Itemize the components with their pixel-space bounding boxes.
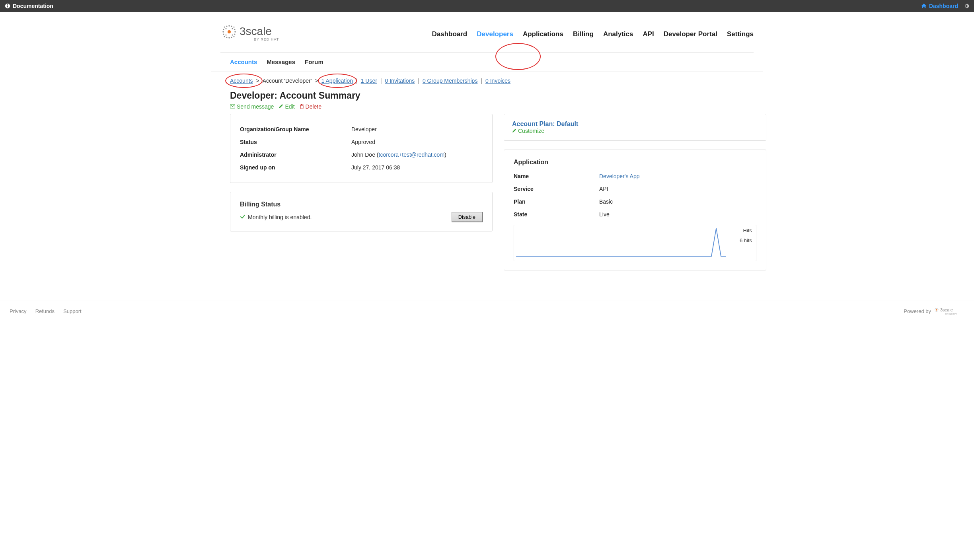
page-actions: Send message Edit Delete (220, 103, 754, 114)
pencil-icon (512, 128, 516, 134)
subnav: Accounts Messages Forum (211, 53, 763, 72)
subnav-forum[interactable]: Forum (305, 58, 323, 65)
svg-point-15 (226, 37, 228, 38)
summary-admin-paren-close: ) (444, 152, 446, 158)
dashboard-link[interactable]: Dashboard (921, 3, 958, 9)
breadcrumb-pipe: | (418, 78, 419, 84)
app-state-value: Live (599, 211, 610, 218)
app-name-link[interactable]: Developer's App (599, 173, 640, 179)
svg-point-33 (935, 309, 935, 310)
columns: Organization/Group Name Developer Status… (220, 114, 754, 279)
svg-point-16 (228, 37, 230, 39)
topbar-left: Documentation (5, 3, 53, 9)
billing-disable-button[interactable]: Disable (452, 212, 483, 222)
trash-icon (300, 103, 304, 110)
summary-status-row: Status Approved (240, 136, 483, 148)
nav-dashboard[interactable]: Dashboard (432, 30, 467, 38)
breadcrumb-separator: > (256, 78, 259, 84)
summary-status-label: Status (240, 139, 351, 145)
summary-status-value: Approved (351, 139, 375, 145)
breadcrumb-groups-link[interactable]: 0 Group Memberships (423, 78, 478, 84)
nav-analytics[interactable]: Analytics (603, 30, 633, 38)
app-name-label: Name (514, 173, 599, 179)
nav-main: Dashboard Developers Applications Billin… (432, 30, 754, 38)
breadcrumb-invoices-link[interactable]: 0 Invoices (485, 78, 510, 84)
nav-api[interactable]: API (643, 30, 654, 38)
svg-text:3scale: 3scale (240, 25, 272, 37)
3scale-footer-logo-icon: 3scale BY RED HAT (933, 307, 964, 315)
summary-admin-name: John Doe (351, 152, 375, 158)
svg-point-11 (234, 31, 236, 33)
svg-point-6 (231, 26, 232, 27)
envelope-icon (230, 103, 235, 110)
svg-point-34 (938, 309, 939, 310)
topbar: Documentation Dashboard (0, 0, 974, 12)
summary-admin-value: John Doe (tcorcora+test@redhat.com) (351, 152, 446, 158)
breadcrumb-current: Account 'Developer' (263, 78, 312, 84)
edit-link[interactable]: Edit (279, 103, 294, 110)
nav-developer-portal[interactable]: Developer Portal (664, 30, 717, 38)
footer-privacy[interactable]: Privacy (10, 308, 27, 314)
svg-point-7 (234, 27, 235, 28)
svg-rect-29 (301, 104, 302, 105)
nav-applications[interactable]: Applications (523, 30, 563, 38)
summary-signed-value: July 27, 2017 06:38 (351, 164, 400, 171)
account-plan-link[interactable]: Account Plan: Default (512, 121, 578, 127)
nav-settings[interactable]: Settings (727, 30, 754, 38)
breadcrumb-application-link[interactable]: 1 Application (321, 78, 353, 84)
documentation-link[interactable]: Documentation (13, 3, 53, 9)
billing-message: Monthly billing is enabled. (240, 214, 312, 221)
column-left: Organization/Group Name Developer Status… (230, 114, 493, 279)
svg-point-14 (224, 36, 225, 37)
customize-link[interactable]: Customize (512, 128, 544, 134)
breadcrumb-user-link[interactable]: 1 User (361, 78, 377, 84)
dashboard-link-label: Dashboard (929, 3, 958, 9)
svg-point-9 (234, 29, 236, 30)
breadcrumb-accounts[interactable]: Accounts (230, 78, 253, 84)
delete-label: Delete (306, 103, 321, 110)
app-state-label: State (514, 211, 599, 218)
billing-title: Billing Status (240, 201, 483, 208)
send-message-label: Send message (237, 103, 274, 110)
gear-icon[interactable] (964, 3, 969, 9)
svg-point-31 (936, 308, 937, 309)
footer-refunds[interactable]: Refunds (35, 308, 55, 314)
summary-admin-email-link[interactable]: tcorcora+test@redhat.com (379, 152, 445, 158)
billing-panel: Billing Status Monthly billing is enable… (230, 192, 493, 231)
send-message-link[interactable]: Send message (230, 103, 274, 110)
subnav-messages[interactable]: Messages (267, 58, 295, 65)
svg-point-10 (222, 31, 224, 33)
breadcrumb-pipe: | (380, 78, 382, 84)
footer-powered: Powered by 3scale BY RED HAT (904, 307, 964, 315)
footer-powered-label: Powered by (904, 308, 931, 314)
svg-point-32 (937, 308, 938, 309)
svg-point-38 (936, 309, 937, 311)
summary-signed-row: Signed up on July 27, 2017 06:38 (240, 161, 483, 174)
hits-chart-svg (514, 225, 756, 261)
svg-rect-28 (300, 105, 303, 109)
app-name-value: Developer's App (599, 173, 640, 179)
summary-admin-row: Administrator John Doe (tcorcora+test@re… (240, 148, 483, 161)
main-container: 3scale BY RED HAT Dashboard Developers A… (211, 12, 763, 279)
subnav-accounts[interactable]: Accounts (230, 58, 257, 65)
delete-link[interactable]: Delete (300, 103, 321, 110)
breadcrumb-invitations-link[interactable]: 0 Invitations (385, 78, 415, 84)
svg-point-22 (232, 35, 233, 36)
svg-point-18 (234, 36, 235, 37)
column-right: Account Plan: Default Customize Applicat… (504, 114, 766, 279)
account-plan-title: Account Plan: Default (512, 121, 758, 128)
svg-point-19 (226, 28, 227, 29)
svg-point-13 (234, 34, 236, 35)
nav-developers[interactable]: Developers (477, 30, 513, 38)
breadcrumb-pipe: | (481, 78, 482, 84)
app-plan-value: Basic (599, 198, 613, 205)
summary-admin-label: Administrator (240, 152, 351, 158)
footer-support[interactable]: Support (63, 308, 82, 314)
billing-message-text: Monthly billing is enabled. (248, 214, 312, 220)
customize-label: Customize (518, 128, 544, 134)
nav-billing[interactable]: Billing (573, 30, 594, 38)
account-plan-panel: Account Plan: Default Customize (504, 114, 766, 141)
application-title: Application (514, 159, 756, 166)
svg-point-12 (223, 34, 224, 35)
account-summary-panel: Organization/Group Name Developer Status… (230, 114, 493, 183)
